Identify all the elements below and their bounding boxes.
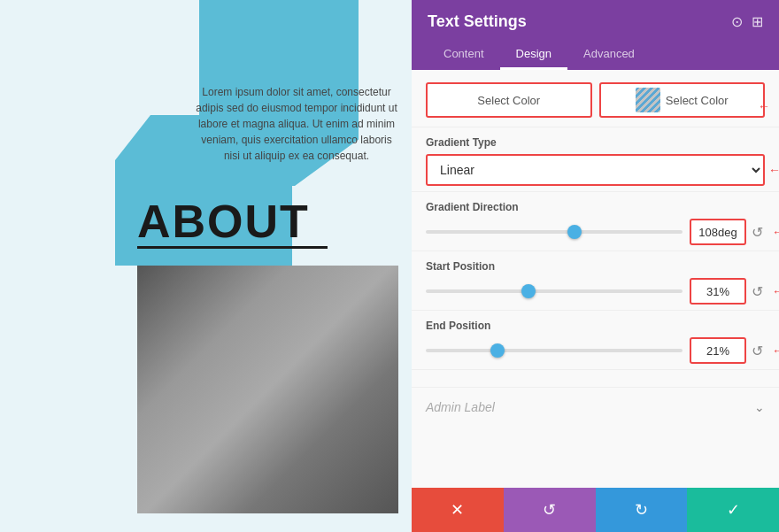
- left-panel: Lorem ipsum dolor sit amet, consectetur …: [0, 0, 412, 532]
- admin-label-row[interactable]: Admin Label ⌄: [412, 387, 779, 427]
- gradient-type-section: Gradient Type Linear Radial ←: [412, 127, 779, 191]
- end-position-thumb[interactable]: [490, 343, 505, 358]
- panel-header: Text Settings ⊙ ⊞ Content Design Advance…: [412, 0, 779, 70]
- end-position-label: End Position: [426, 320, 765, 332]
- gradient-direction-label: Gradient Direction: [426, 201, 765, 213]
- body-text: Lorem ipsum dolor sit amet, consectetur …: [195, 84, 398, 164]
- right-panel: Text Settings ⊙ ⊞ Content Design Advance…: [412, 0, 779, 532]
- start-position-track: [426, 289, 683, 293]
- admin-label-chevron-icon: ⌄: [754, 400, 765, 414]
- end-position-input[interactable]: [690, 337, 746, 364]
- gradient-type-select[interactable]: Linear Radial: [426, 154, 765, 186]
- gradient-direction-section: Gradient Direction ↺ ←: [412, 191, 779, 251]
- color-row: Select Color Select Color: [412, 70, 779, 127]
- about-underline: [137, 246, 328, 249]
- start-position-label: Start Position: [426, 260, 765, 273]
- start-position-thumb[interactable]: [521, 284, 536, 298]
- panel-title: Text Settings: [428, 12, 527, 31]
- end-position-reset[interactable]: ↺: [750, 343, 765, 359]
- gradient-direction-track: [426, 230, 683, 234]
- header-top: Text Settings ⊙ ⊞: [428, 12, 763, 31]
- expand-icon[interactable]: ⊞: [752, 13, 763, 30]
- panel-body: Select Color Select Color ← Gradient Typ…: [412, 70, 779, 488]
- redo-button[interactable]: ↻: [596, 488, 688, 532]
- panel-footer: ✕ ↺ ↻ ✓: [412, 488, 779, 532]
- color-picker-2[interactable]: Select Color: [599, 82, 766, 118]
- start-position-slider-row: ↺ ←: [426, 278, 765, 305]
- start-position-input[interactable]: [690, 278, 746, 305]
- end-position-track: [426, 349, 683, 352]
- start-position-reset[interactable]: ↺: [750, 283, 765, 300]
- gradient-type-label: Gradient Type: [426, 136, 765, 149]
- tab-design[interactable]: Design: [500, 40, 567, 70]
- cancel-button[interactable]: ✕: [412, 488, 504, 532]
- gradient-direction-reset[interactable]: ↺: [750, 224, 765, 241]
- admin-label-text: Admin Label: [426, 400, 495, 414]
- gradient-direction-slider-row: ↺ ←: [426, 219, 765, 245]
- start-position-section: Start Position ↺ ←: [412, 251, 779, 310]
- photo-area: [137, 266, 398, 513]
- header-icons: ⊙ ⊞: [731, 13, 763, 30]
- photo-image: [137, 266, 398, 513]
- gradient-direction-thumb[interactable]: [567, 225, 582, 239]
- color-preview-checkerboard: [636, 88, 660, 112]
- screenshot-icon[interactable]: ⊙: [731, 13, 743, 30]
- color-picker-1[interactable]: Select Color: [426, 82, 592, 118]
- tab-content[interactable]: Content: [428, 40, 500, 70]
- tab-advanced[interactable]: Advanced: [567, 40, 651, 70]
- gradient-direction-input[interactable]: [690, 219, 746, 245]
- save-button[interactable]: ✓: [687, 488, 779, 532]
- about-heading: ABOUT: [137, 195, 310, 248]
- end-position-section: End Position ↺ ←: [412, 310, 779, 369]
- tab-bar: Content Design Advanced: [428, 40, 763, 70]
- undo-button[interactable]: ↺: [504, 488, 596, 532]
- end-position-slider-row: ↺ ←: [426, 337, 765, 364]
- color-picker-2-label: Select Color: [666, 94, 729, 107]
- color-picker-1-label: Select Color: [477, 94, 540, 107]
